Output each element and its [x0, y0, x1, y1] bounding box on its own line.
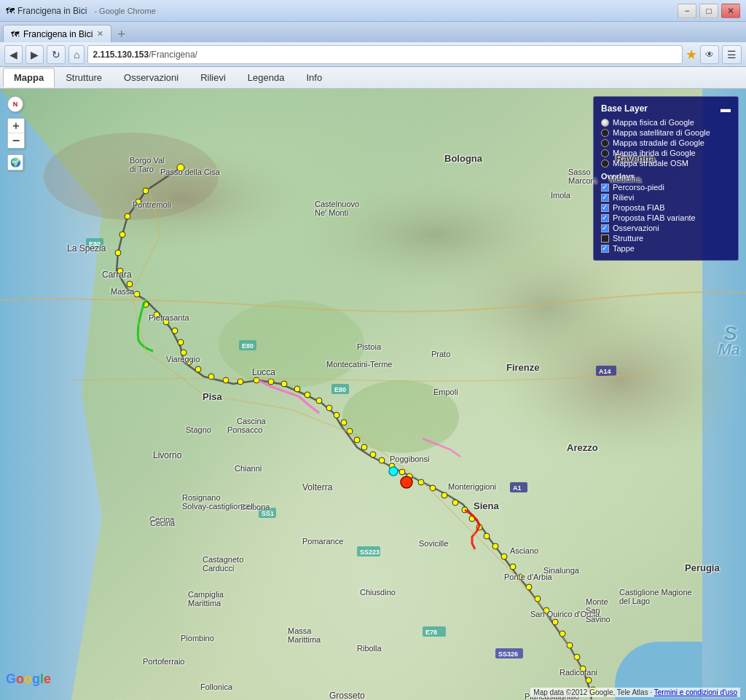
map-controls: N + − 🌍	[7, 96, 25, 170]
check-fiab	[601, 204, 609, 212]
address-path: /Francigena/	[149, 50, 197, 60]
tab-mappa[interactable]: Mappa	[3, 68, 55, 87]
map-attribution: Map data ©2012 Google, Tele Atlas · Term…	[530, 688, 740, 697]
overlays-title: Overlays	[601, 172, 731, 181]
tab-title: Francigena in Bici	[23, 29, 93, 39]
overlay-percorso[interactable]: Percorso-piedi	[601, 183, 731, 192]
bookmark-star[interactable]: ★	[686, 47, 697, 63]
tab-legenda[interactable]: Legenda	[237, 68, 296, 87]
refresh-button[interactable]: ↻	[47, 45, 66, 64]
radio-fisica	[601, 119, 609, 127]
compass-n: N	[13, 101, 18, 108]
tab-close-button[interactable]: ✕	[97, 29, 103, 39]
back-button[interactable]: ◀	[4, 45, 23, 64]
radio-ibrida	[601, 149, 609, 157]
menu-button[interactable]: ☰	[722, 45, 742, 64]
layer-ibrida-label: Mappa ibrida di Google	[613, 149, 696, 157]
compass-button[interactable]: N	[7, 96, 23, 112]
browser-toolbar: ◀ ▶ ↻ ⌂ 2.115.130.153 /Francigena/ ★ 👁 ☰	[0, 42, 746, 67]
overlay-tappe[interactable]: Tappe	[601, 244, 731, 253]
maximize-button[interactable]: □	[699, 4, 718, 18]
map-container[interactable]: E80 E80 E80 SS1 SS223 A1 A14 E78 SS326 N	[0, 89, 746, 700]
overlay-tappe-label: Tappe	[613, 244, 635, 253]
layer-fisica-label: Mappa fisica di Google	[613, 118, 694, 127]
base-layer-title: Base Layer	[601, 103, 648, 114]
radio-osm	[601, 160, 609, 168]
zoom-in-button[interactable]: +	[8, 119, 24, 133]
toolbar-right: ★ 👁 ☰	[686, 45, 742, 64]
check-strutture	[601, 235, 609, 243]
attribution-text: Map data ©2012 Google, Tele Atlas ·	[533, 688, 653, 696]
lens-button[interactable]: 👁	[700, 45, 719, 64]
google-logo: Google	[6, 672, 51, 687]
layer-stradale-google[interactable]: Mappa stradale di Google	[601, 138, 731, 147]
layer-stradale-google-label: Mappa stradale di Google	[613, 138, 704, 147]
window-title: Francigena in Bici	[17, 6, 87, 16]
tab-osservazioni[interactable]: Osservazioni	[113, 68, 189, 87]
page-icon: 🗺	[6, 6, 15, 16]
tab-info[interactable]: Info	[295, 68, 333, 87]
overlay-strutture-label: Strutture	[613, 234, 643, 243]
overlay-rilievi[interactable]: Rilievi	[601, 193, 731, 202]
browser-tab[interactable]: 🗺 Francigena in Bici ✕	[3, 25, 111, 42]
layer-panel-title: Base Layer ▬	[601, 103, 731, 114]
overlay-fiab[interactable]: Proposta FIAB	[601, 203, 731, 212]
window-controls: − □ ✕	[678, 4, 740, 18]
overlay-rilievi-label: Rilievi	[613, 193, 634, 202]
map-type-button[interactable]: 🌍	[7, 154, 23, 170]
overlay-fiab-variante[interactable]: Proposta FIAB variante	[601, 213, 731, 222]
check-fiab-variante	[601, 214, 609, 222]
nav-tabs: Mappa Strutture Osservazioni Rilievi Leg…	[0, 67, 746, 89]
tab-rilievi[interactable]: Rilievi	[189, 68, 237, 87]
radio-stradale-google	[601, 139, 609, 147]
layer-panel: Base Layer ▬ Mappa fisica di Google Mapp…	[593, 96, 739, 261]
zoom-out-button[interactable]: −	[8, 133, 24, 148]
layer-osm[interactable]: Mappa stradale OSM	[601, 159, 731, 168]
overlay-osservazioni-label: Osservazioni	[613, 224, 659, 232]
overlay-fiab-label: Proposta FIAB	[613, 203, 665, 212]
tab-strutture[interactable]: Strutture	[55, 68, 113, 87]
close-button[interactable]: ✕	[721, 4, 740, 18]
forward-button[interactable]: ▶	[25, 45, 44, 64]
layer-satellitare-label: Mappa satellitare di Google	[613, 128, 710, 137]
radio-satellitare	[601, 129, 609, 137]
overlay-osservazioni[interactable]: Osservazioni	[601, 224, 731, 232]
layer-osm-label: Mappa stradale OSM	[613, 159, 688, 168]
attribution-link[interactable]: Termini e condizioni d'uso	[654, 688, 737, 696]
address-bar[interactable]: 2.115.130.153 /Francigena/	[87, 45, 683, 64]
layer-fisica[interactable]: Mappa fisica di Google	[601, 118, 731, 127]
minimize-button[interactable]: −	[678, 4, 696, 18]
check-osservazioni	[601, 224, 609, 232]
address-domain: 2.115.130.153	[93, 50, 149, 60]
check-rilievi	[601, 194, 609, 202]
home-button[interactable]: ⌂	[68, 45, 85, 64]
check-tappe	[601, 245, 609, 253]
tab-bar: 🗺 Francigena in Bici ✕ +	[0, 22, 746, 42]
overlay-strutture[interactable]: Strutture	[601, 234, 731, 243]
overlay-percorso-label: Percorso-piedi	[613, 183, 664, 192]
zoom-control: + −	[7, 118, 25, 149]
layer-minimize-button[interactable]: ▬	[721, 103, 731, 114]
window-subtitle: - Google Chrome	[94, 7, 155, 15]
title-bar: 🗺 Francigena in Bici - Google Chrome − □…	[0, 0, 746, 22]
layer-satellitare[interactable]: Mappa satellitare di Google	[601, 128, 731, 137]
check-percorso	[601, 184, 609, 192]
layer-ibrida[interactable]: Mappa ibrida di Google	[601, 149, 731, 157]
tab-icon: 🗺	[11, 30, 19, 39]
new-tab-button[interactable]: +	[111, 27, 131, 42]
overlay-fiab-variante-label: Proposta FIAB variante	[613, 213, 696, 222]
